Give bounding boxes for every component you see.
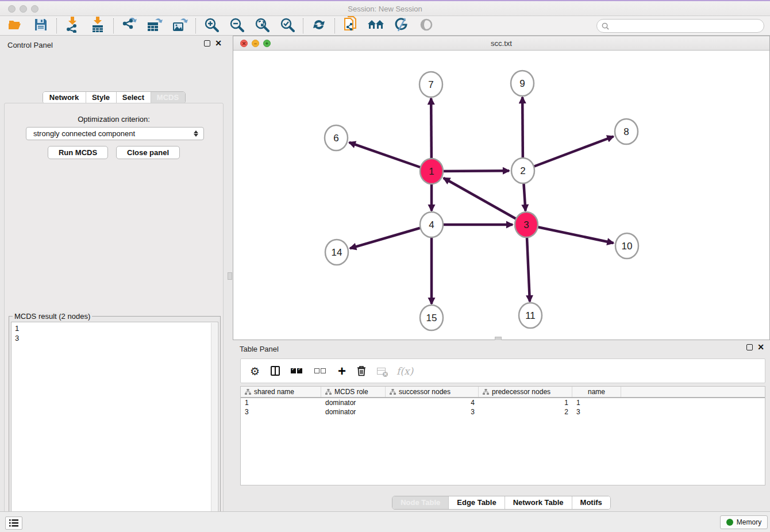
column-header-predecessor-nodes[interactable]: predecessor nodes bbox=[479, 387, 572, 397]
table-row[interactable]: 1 dominator 4 1 1 bbox=[241, 398, 765, 407]
zoom-out-icon bbox=[229, 17, 244, 34]
table-row[interactable]: 3 dominator 3 2 3 bbox=[241, 407, 765, 417]
zoom-selected-button[interactable] bbox=[279, 18, 295, 34]
gear-icon[interactable]: ⚙ bbox=[250, 364, 260, 379]
export-table-button[interactable] bbox=[147, 18, 163, 34]
show-task-history-button[interactable] bbox=[5, 516, 22, 530]
tab-edge-table[interactable]: Edge Table bbox=[448, 496, 504, 509]
network-window-titlebar[interactable]: ✕ − + scc.txt bbox=[233, 36, 769, 51]
export-table-icon bbox=[147, 17, 163, 35]
graph-node-label: 6 bbox=[333, 133, 338, 144]
graph-node-8[interactable]: 8 bbox=[615, 119, 638, 144]
import-network-button[interactable] bbox=[64, 18, 80, 34]
open-session-button[interactable] bbox=[7, 18, 24, 34]
table-header-row: shared name MCDS role successor nodes pr… bbox=[241, 387, 765, 398]
refresh-button[interactable] bbox=[311, 18, 327, 34]
import-table-icon bbox=[91, 17, 105, 35]
graph-node-9[interactable]: 9 bbox=[511, 71, 534, 96]
run-mcds-button[interactable]: Run MCDS bbox=[48, 146, 108, 159]
close-panel-icon[interactable]: ✕ bbox=[215, 40, 222, 47]
graph-node-4[interactable]: 4 bbox=[420, 212, 443, 237]
tab-mcds[interactable]: MCDS bbox=[151, 92, 185, 103]
criterion-selected-value: strongly connected component bbox=[26, 129, 194, 138]
network-window-title: scc.txt bbox=[233, 39, 769, 48]
close-table-panel-icon[interactable]: ✕ bbox=[757, 344, 764, 350]
trash-icon[interactable] bbox=[357, 364, 366, 379]
export-network-button[interactable] bbox=[121, 18, 137, 34]
control-panel-title: Control Panel bbox=[7, 41, 53, 49]
graph-node-15[interactable]: 15 bbox=[420, 305, 443, 330]
graph-edges bbox=[349, 97, 614, 304]
sort-hierarchy-icon bbox=[390, 389, 396, 395]
graph-node-label: 7 bbox=[428, 79, 433, 90]
graph-node-2[interactable]: 2 bbox=[511, 158, 534, 183]
export-image-icon bbox=[172, 17, 188, 35]
graph-node-label: 1 bbox=[429, 166, 434, 177]
deselect-all-icon[interactable] bbox=[314, 364, 327, 379]
graph-node-6[interactable]: 6 bbox=[325, 125, 348, 151]
graph-node-label: 11 bbox=[525, 310, 536, 321]
open-folder-icon bbox=[8, 18, 23, 33]
graph-edge-3-10[interactable] bbox=[526, 225, 614, 243]
mcds-panel: Optimization criterion: strongly connect… bbox=[4, 103, 224, 532]
tab-select[interactable]: Select bbox=[116, 92, 151, 103]
column-header-name[interactable]: name bbox=[572, 387, 621, 397]
tab-network-table[interactable]: Network Table bbox=[505, 496, 572, 509]
import-table-button[interactable] bbox=[90, 18, 106, 34]
main-toolbar bbox=[0, 16, 770, 36]
network-canvas[interactable]: 1234678910111415 bbox=[233, 51, 769, 340]
add-icon[interactable]: + bbox=[338, 364, 346, 379]
export-image-button[interactable] bbox=[172, 18, 188, 34]
graph-node-10[interactable]: 10 bbox=[615, 233, 638, 259]
graph-edge-4-14[interactable] bbox=[350, 225, 432, 248]
tab-node-table[interactable]: Node Table bbox=[392, 496, 448, 509]
close-panel-button[interactable]: Close panel bbox=[116, 146, 180, 159]
graph-node-14[interactable]: 14 bbox=[325, 240, 348, 265]
tab-network[interactable]: Network bbox=[43, 92, 86, 103]
zoom-fit-button[interactable] bbox=[254, 18, 270, 34]
float-panel-icon[interactable] bbox=[204, 40, 210, 47]
search-field[interactable] bbox=[596, 19, 764, 33]
graph-node-3[interactable]: 3 bbox=[515, 212, 538, 237]
graph-node-1[interactable]: 1 bbox=[420, 159, 443, 184]
sort-hierarchy-icon bbox=[483, 389, 489, 395]
window-titlebar: Session: New Session bbox=[0, 0, 770, 16]
memory-status-icon bbox=[726, 519, 733, 526]
select-all-icon[interactable] bbox=[291, 364, 303, 379]
refresh-icon bbox=[311, 17, 326, 34]
optimization-criterion-label: Optimization criterion: bbox=[5, 115, 223, 124]
column-header-shared-name[interactable]: shared name bbox=[241, 387, 321, 397]
float-table-panel-icon[interactable] bbox=[746, 344, 753, 350]
graph-node-label: 9 bbox=[519, 78, 525, 89]
node-table[interactable]: shared name MCDS role successor nodes pr… bbox=[240, 386, 765, 485]
search-input[interactable] bbox=[609, 22, 764, 30]
graph-edge-1-6[interactable] bbox=[349, 142, 432, 171]
save-session-button[interactable] bbox=[33, 18, 49, 34]
memory-button[interactable]: Memory bbox=[720, 515, 768, 529]
gene-ontology-button[interactable] bbox=[393, 18, 409, 34]
network-view-window: ✕ − + scc.txt 1234678910111415 bbox=[233, 36, 770, 340]
criterion-select[interactable]: strongly connected component bbox=[26, 127, 204, 140]
column-header-successor-nodes[interactable]: successor nodes bbox=[386, 387, 479, 397]
vertical-splitter-handle[interactable] bbox=[228, 272, 232, 280]
columns-icon[interactable] bbox=[271, 364, 280, 379]
graph-edge-3-1[interactable] bbox=[444, 178, 526, 225]
duplicate-network-button[interactable] bbox=[342, 18, 359, 34]
graph-node-label: 2 bbox=[520, 165, 525, 176]
zoom-out-button[interactable] bbox=[229, 18, 245, 34]
status-bar: Memory bbox=[0, 511, 770, 532]
home-pair-button[interactable] bbox=[368, 18, 384, 34]
control-panel: Control Panel ✕ Network Style Select MCD… bbox=[0, 36, 228, 511]
mcds-result-box[interactable]: 1 3 bbox=[11, 322, 218, 532]
tab-motifs[interactable]: Motifs bbox=[572, 496, 610, 509]
graph-node-7[interactable]: 7 bbox=[419, 72, 442, 97]
tab-style[interactable]: Style bbox=[86, 92, 116, 103]
result-scrollbar[interactable] bbox=[211, 323, 217, 532]
eye-button[interactable] bbox=[418, 18, 434, 34]
column-header-mcds-role[interactable]: MCDS role bbox=[321, 387, 386, 397]
graph-edge-2-8[interactable] bbox=[523, 136, 614, 171]
zoom-selected-icon bbox=[280, 17, 295, 34]
graph-node-11[interactable]: 11 bbox=[519, 303, 542, 328]
save-icon bbox=[34, 18, 48, 34]
zoom-in-button[interactable] bbox=[203, 18, 220, 34]
